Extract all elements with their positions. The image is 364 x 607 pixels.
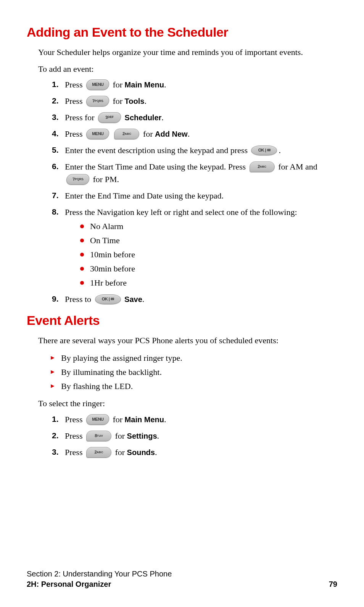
heading-adding-event: Adding an Event to the Scheduler <box>27 25 337 40</box>
heading-event-alerts: Event Alerts <box>27 313 337 328</box>
text: for <box>143 129 155 139</box>
alerts-intro: There are several ways your PCS Phone al… <box>27 335 337 346</box>
ringer-step-3: Press 2ABC for Sounds. <box>53 446 337 458</box>
step-5: Enter the event description using the ke… <box>53 144 337 157</box>
text: . <box>279 145 281 155</box>
text: Enter the End Time and Date using the ke… <box>65 191 224 200</box>
step-6: Enter the Start Time and Date using the … <box>53 160 337 186</box>
alert-backlight: By illuminating the backlight. <box>50 366 337 378</box>
menu-key-icon: MENU <box>85 414 110 425</box>
bold-label: Sounds <box>127 448 155 457</box>
footer-subsection: 2H: Personal Organizer <box>27 580 111 589</box>
text: for <box>113 415 124 424</box>
step-9: Press to OK | ✉ Save. <box>53 293 337 305</box>
option-1hr: 1Hr before <box>80 276 337 289</box>
option-30min: 30min before <box>80 262 337 275</box>
option-10min: 10min before <box>80 248 337 261</box>
option-no-alarm: No Alarm <box>80 220 337 232</box>
text: for <box>113 80 124 89</box>
step-3: Press for 3DEF Scheduler. <box>53 111 337 124</box>
text: Enter the Start Time and Date using the … <box>65 162 248 171</box>
bold-label: Save <box>124 295 142 304</box>
text: for AM and <box>278 162 317 171</box>
ok-key-icon: OK | ✉ <box>95 294 121 304</box>
text: . <box>161 113 164 122</box>
footer-section: Section 2: Understanding Your PCS Phone <box>27 570 337 578</box>
step-8: Press the Navigation key left or right a… <box>53 206 337 289</box>
alert-ringer: By playing the assigned ringer type. <box>50 352 337 364</box>
alerts-list: By playing the assigned ringer type. By … <box>27 352 337 392</box>
intro-text: Your Scheduler helps organize your time … <box>27 47 337 58</box>
text: for <box>113 96 124 106</box>
menu-key-icon: MENU <box>85 129 110 139</box>
step-1: Press MENU for Main Menu. <box>53 78 337 91</box>
ringer-step-1: Press MENU for Main Menu. <box>53 413 337 426</box>
alarm-options-list: No Alarm On Time 10min before 30min befo… <box>65 220 337 289</box>
text: Press <box>65 129 85 139</box>
bold-label: Main Menu <box>125 415 164 424</box>
2-key-icon: 2ABC <box>114 129 139 139</box>
lead-text: To add an event: <box>27 63 337 75</box>
ringer-lead: To select the ringer: <box>27 398 337 409</box>
alert-led: By flashing the LED. <box>50 380 337 392</box>
text: . <box>155 447 157 457</box>
8-key-icon: 8TUV <box>86 431 111 441</box>
bold-label: Settings <box>127 432 157 440</box>
text: . <box>164 80 166 89</box>
text: . <box>188 129 190 139</box>
text: for PM. <box>93 174 119 184</box>
steps-list-1: Press MENU for Main Menu. Press 7PQRS fo… <box>27 78 337 305</box>
text: Press <box>65 80 85 89</box>
text: for <box>115 431 127 441</box>
option-on-time: On Time <box>80 234 337 247</box>
step-2: Press 7PQRS for Tools. <box>53 95 337 107</box>
text: Press <box>65 415 85 424</box>
3-key-icon: 3DEF <box>97 112 122 123</box>
text: Press the Navigation key left or right a… <box>65 207 297 217</box>
text: Press <box>65 431 85 441</box>
text: Press to <box>65 294 93 304</box>
bold-label: Add New <box>155 130 188 138</box>
ok-key-icon: OK | ✉ <box>251 145 277 155</box>
page-number: 79 <box>329 580 337 589</box>
text: Enter the event description using the ke… <box>65 145 250 155</box>
page-footer: Section 2: Understanding Your PCS Phone … <box>27 570 337 589</box>
7-key-icon: 7PQRS <box>66 174 90 185</box>
text: for <box>115 447 127 457</box>
text: Press for <box>65 113 97 122</box>
bold-label: Scheduler <box>125 113 162 122</box>
bold-label: Main Menu <box>125 81 164 89</box>
step-4: Press MENU 2ABC for Add New. <box>53 128 337 140</box>
2-key-icon: 2ABC <box>86 447 111 458</box>
text: . <box>164 415 166 424</box>
text: . <box>144 96 147 106</box>
7-key-icon: 7PQRS <box>85 96 110 107</box>
steps-list-2: Press MENU for Main Menu. Press 8TUV for… <box>27 413 337 458</box>
step-7: Enter the End Time and Date using the ke… <box>53 189 337 202</box>
2-key-icon: 2ABC <box>250 161 275 172</box>
text: . <box>142 294 145 304</box>
text: Press <box>65 447 85 457</box>
text: Press <box>65 96 85 106</box>
menu-key-icon: MENU <box>85 79 110 90</box>
ringer-step-2: Press 8TUV for Settings. <box>53 429 337 442</box>
bold-label: Tools <box>125 97 145 105</box>
text: . <box>157 431 159 441</box>
